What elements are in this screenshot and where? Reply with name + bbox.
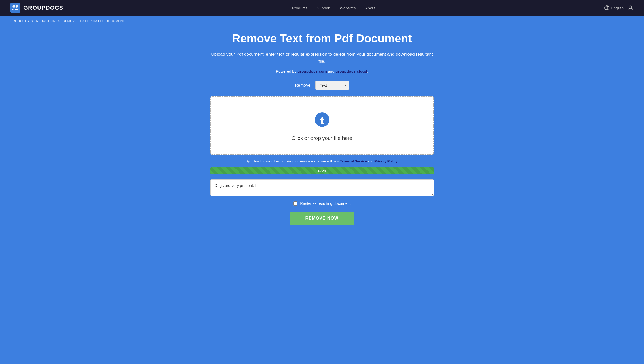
groupdocs-logo-icon	[10, 3, 20, 13]
nav-products[interactable]: Products	[292, 6, 307, 10]
progress-label: 100%	[318, 169, 326, 173]
nav-about[interactable]: About	[365, 6, 375, 10]
powered-by-text: Powered by groupdocs.com and groupdocs.c…	[210, 69, 434, 73]
terms-and: and	[367, 159, 374, 163]
breadcrumb-products[interactable]: PRODUCTS	[10, 19, 29, 23]
breadcrumb-redaction[interactable]: REDACTION	[36, 19, 56, 23]
rasterize-checkbox[interactable]	[293, 201, 297, 206]
breadcrumb: PRODUCTS > REDACTION > REMOVE TEXT FROM …	[0, 16, 644, 27]
text-to-remove-input[interactable]	[210, 179, 434, 196]
checkbox-row: Rasterize resulting document	[210, 201, 434, 206]
drop-zone-text: Click or drop your file here	[292, 135, 352, 141]
svg-point-2	[16, 5, 18, 8]
navbar: GROUPDOCS Products Support Websites Abou…	[0, 0, 644, 16]
remove-type-select[interactable]: Text Regex	[315, 81, 349, 90]
page-subtitle: Upload your Pdf document, enter text or …	[210, 51, 434, 65]
upload-cloud-icon	[312, 110, 333, 131]
remove-select-wrapper: Text Regex	[315, 81, 349, 90]
svg-point-6	[630, 6, 632, 8]
breadcrumb-sep-1: >	[31, 19, 34, 23]
file-drop-zone[interactable]: Click or drop your file here	[210, 96, 434, 155]
breadcrumb-sep-2: >	[58, 19, 60, 23]
terms-of-service-link[interactable]: Terms of Service	[340, 159, 367, 163]
remove-now-button[interactable]: REMOVE NOW	[290, 212, 354, 225]
user-icon[interactable]	[628, 5, 634, 11]
svg-rect-0	[10, 3, 20, 13]
language-label: English	[611, 6, 624, 10]
remove-row: Remove: Text Regex	[210, 81, 434, 90]
remove-label: Remove:	[295, 83, 311, 88]
powered-by-and: and	[327, 69, 335, 73]
svg-point-1	[13, 5, 15, 8]
nav-support[interactable]: Support	[317, 6, 331, 10]
language-selector[interactable]: English	[604, 5, 624, 10]
navbar-brand-area: GROUPDOCS	[10, 3, 63, 13]
groupdocs-com-link[interactable]: groupdocs.com	[297, 69, 327, 73]
privacy-policy-link[interactable]: Privacy Policy	[374, 159, 397, 163]
main-content: Remove Text from Pdf Document Upload you…	[205, 27, 439, 240]
progress-container: 100%	[210, 167, 434, 174]
powered-by-suffix: .	[367, 69, 368, 73]
navbar-links: Products Support Websites About	[292, 6, 375, 10]
powered-by-prefix: Powered by	[276, 69, 297, 73]
nav-websites[interactable]: Websites	[340, 6, 356, 10]
groupdocs-cloud-link[interactable]: groupdocs.cloud	[335, 69, 367, 73]
brand-name: GROUPDOCS	[23, 4, 63, 11]
navbar-right-area: English	[604, 5, 634, 11]
rasterize-label[interactable]: Rasterize resulting document	[300, 201, 350, 206]
page-title: Remove Text from Pdf Document	[210, 32, 434, 46]
terms-suffix: .	[397, 159, 398, 163]
terms-text: By uploading your files or using our ser…	[210, 159, 434, 163]
globe-icon	[604, 5, 609, 10]
progress-bar-outer: 100%	[210, 167, 434, 174]
terms-prefix: By uploading your files or using our ser…	[246, 159, 340, 163]
breadcrumb-current: REMOVE TEXT FROM PDF DOCUMENT	[63, 19, 125, 23]
